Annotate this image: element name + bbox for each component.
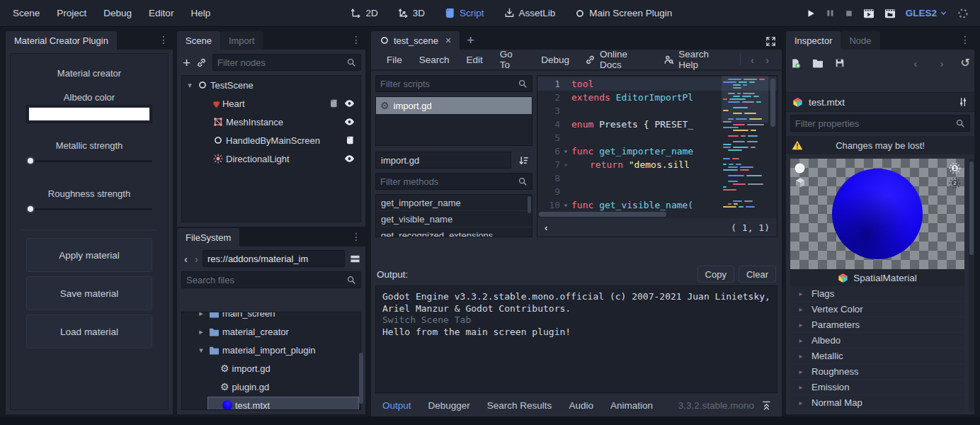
menu-editor[interactable]: Editor bbox=[142, 5, 181, 21]
script-white-icon[interactable] bbox=[346, 135, 355, 145]
method-get-importer-name[interactable]: get_importer_name bbox=[376, 195, 532, 211]
filesystem-scrollbar[interactable] bbox=[358, 312, 364, 410]
workspace-tab-assetlib[interactable]: AssetLib bbox=[497, 5, 563, 21]
search-files-field[interactable] bbox=[186, 275, 342, 285]
methods-scrollbar[interactable] bbox=[528, 196, 531, 213]
script-menu-search[interactable]: Search bbox=[411, 52, 458, 68]
file-plugin-gd[interactable]: ⚙plugin.gd bbox=[182, 378, 360, 396]
menu-scene[interactable]: Scene bbox=[6, 5, 47, 21]
property-group-roughness[interactable]: ▸ Roughness bbox=[790, 364, 964, 380]
fold-icon[interactable]: ▾ bbox=[560, 201, 571, 209]
workspace-tab-2d[interactable]: 2D bbox=[343, 5, 384, 21]
object-tools-icon[interactable] bbox=[958, 97, 968, 107]
property-group-metallic[interactable]: ▸ Metallic bbox=[790, 348, 964, 364]
preview-light2-toggle[interactable]: 2 bbox=[949, 177, 961, 189]
workspace-tab-main-screen-plugin[interactable]: Main Screen Plugin bbox=[568, 5, 679, 21]
filter-scripts-field[interactable] bbox=[380, 79, 513, 89]
toggle-split-mode-icon[interactable] bbox=[349, 254, 361, 264]
script-history-back[interactable]: ‹ bbox=[745, 54, 760, 66]
play-scene-button[interactable] bbox=[863, 8, 874, 18]
menu-help[interactable]: Help bbox=[183, 5, 217, 21]
online-docs-button[interactable]: Online Docs bbox=[578, 49, 656, 70]
property-group-normal-map[interactable]: ▸ Normal Map bbox=[790, 395, 964, 411]
history-back-button[interactable]: ‹ bbox=[908, 57, 923, 69]
play-custom-scene-button[interactable] bbox=[884, 8, 896, 18]
script-item-import-gd[interactable]: ⚙import.gd bbox=[376, 97, 532, 114]
dock-menu-icon[interactable]: ⋮ bbox=[960, 34, 970, 45]
apply-material-button[interactable]: Apply material bbox=[26, 238, 152, 272]
renderer-dropdown[interactable]: GLES2 bbox=[906, 8, 947, 18]
roughness-strength-slider[interactable] bbox=[26, 204, 152, 214]
workspace-tab-3d[interactable]: 3D bbox=[391, 5, 432, 21]
tab-filesystem[interactable]: FileSystem bbox=[177, 228, 239, 246]
stop-button[interactable] bbox=[845, 9, 853, 18]
scene-node-testscene[interactable]: ▾ TestScene bbox=[182, 76, 360, 94]
search-files-input[interactable] bbox=[181, 271, 361, 288]
nav-back-button[interactable]: ‹ bbox=[181, 253, 190, 265]
output-console[interactable]: Godot Engine v3.3.2.stable.mono.official… bbox=[375, 285, 777, 393]
dock-menu-icon[interactable]: ⋮ bbox=[159, 34, 169, 45]
file-import-gd[interactable]: ⚙import.gd bbox=[182, 359, 360, 378]
file-test-mtxt[interactable]: test.mtxt bbox=[182, 396, 360, 410]
metallic-strength-slider[interactable] bbox=[26, 156, 152, 166]
file-material-import-plugin[interactable]: ▾material_import_plugin bbox=[182, 341, 360, 359]
property-group-flags[interactable]: ▸ Flags bbox=[790, 286, 964, 302]
preview-light1-toggle[interactable]: 1 bbox=[949, 162, 961, 174]
menu-debug[interactable]: Debug bbox=[96, 5, 139, 21]
pause-button[interactable] bbox=[826, 8, 835, 18]
script-menu-go-to[interactable]: Go To bbox=[491, 46, 532, 73]
distraction-free-icon[interactable] bbox=[765, 36, 776, 47]
tree-chevron[interactable]: ▸ bbox=[196, 327, 206, 336]
dock-menu-icon[interactable]: ⋮ bbox=[351, 34, 361, 45]
property-group-vertex-color[interactable]: ▸ Vertex Color bbox=[790, 302, 964, 317]
menu-project[interactable]: Project bbox=[50, 5, 93, 21]
filter-methods-field[interactable] bbox=[380, 176, 513, 187]
tab-inspector[interactable]: Inspector bbox=[786, 31, 841, 50]
preview-sphere-toggle[interactable] bbox=[794, 162, 806, 174]
filter-nodes-field[interactable] bbox=[217, 57, 342, 68]
eye-icon[interactable] bbox=[344, 99, 355, 108]
bottom-tab-search-results[interactable]: Search Results bbox=[479, 397, 561, 414]
property-group-parameters[interactable]: ▸ Parameters bbox=[790, 317, 964, 333]
load-material-button[interactable]: Load material bbox=[26, 314, 152, 348]
hide-scripts-panel-button[interactable]: ‹ bbox=[537, 222, 554, 233]
code-vscrollbar[interactable] bbox=[770, 77, 776, 211]
bottom-tab-output[interactable]: Output bbox=[374, 397, 420, 414]
script-history-forward[interactable]: › bbox=[760, 54, 775, 66]
property-group-albedo[interactable]: ▸ Albedo bbox=[790, 333, 964, 348]
play-button[interactable] bbox=[806, 8, 816, 18]
script-gray-icon[interactable] bbox=[329, 98, 338, 108]
filter-properties-field[interactable] bbox=[795, 118, 951, 129]
save-material-button[interactable]: Save material bbox=[26, 276, 152, 310]
workspace-tab-script[interactable]: Script bbox=[438, 5, 491, 21]
method-get-visible-name[interactable]: get_visible_name bbox=[376, 211, 532, 227]
history-forward-button[interactable]: › bbox=[935, 57, 950, 69]
save-resource-button[interactable] bbox=[835, 58, 845, 68]
tree-chevron[interactable]: ▾ bbox=[185, 81, 195, 90]
new-tab-button[interactable]: + bbox=[460, 33, 482, 50]
preview-cube-toggle[interactable] bbox=[794, 177, 806, 188]
instance-scene-button[interactable] bbox=[196, 57, 207, 68]
scene-node-meshinstance[interactable]: MeshInstance bbox=[182, 113, 360, 131]
new-resource-button[interactable] bbox=[790, 58, 801, 69]
bottom-tab-audio[interactable]: Audio bbox=[560, 397, 602, 414]
tab-node[interactable]: Node bbox=[841, 31, 879, 50]
tab-material-creator-plugin[interactable]: Material Creator Plugin bbox=[6, 31, 117, 50]
path-bar[interactable] bbox=[203, 250, 345, 267]
method-get-recognized-extensions[interactable]: get_recognized_extensions bbox=[376, 227, 532, 237]
code-hscrollbar[interactable] bbox=[539, 212, 713, 217]
filter-scripts-input[interactable] bbox=[375, 75, 532, 92]
sort-methods-button[interactable] bbox=[514, 152, 532, 169]
nav-forward-button[interactable]: › bbox=[192, 253, 201, 265]
eye-icon[interactable] bbox=[344, 154, 355, 163]
code-editor[interactable]: 1 tool 2 extends EditorImportPl 3 4 enum… bbox=[537, 75, 777, 237]
script-menu-edit[interactable]: Edit bbox=[458, 52, 491, 68]
albedo-color-picker[interactable] bbox=[26, 105, 152, 123]
scene-node-handledbymainscreen[interactable]: HandledByMainScreen bbox=[182, 131, 360, 149]
dock-menu-icon[interactable]: ⋮ bbox=[351, 231, 361, 242]
close-icon[interactable]: × bbox=[445, 35, 451, 46]
scene-tab-test-scene[interactable]: test_scene × bbox=[371, 31, 460, 50]
path-field[interactable] bbox=[207, 254, 340, 264]
eye-icon[interactable] bbox=[344, 118, 355, 126]
filter-properties-input[interactable] bbox=[790, 115, 970, 132]
